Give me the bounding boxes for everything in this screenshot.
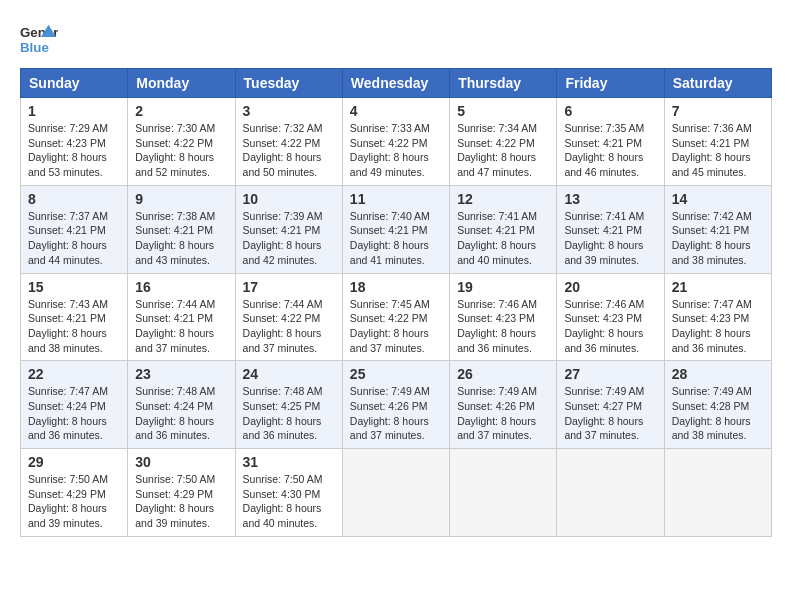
day-info: Sunrise: 7:33 AMSunset: 4:22 PMDaylight:… [350, 121, 442, 180]
day-number: 17 [243, 279, 335, 295]
day-info: Sunrise: 7:48 AMSunset: 4:24 PMDaylight:… [135, 384, 227, 443]
day-number: 21 [672, 279, 764, 295]
day-info: Sunrise: 7:50 AMSunset: 4:29 PMDaylight:… [135, 472, 227, 531]
day-number: 12 [457, 191, 549, 207]
calendar-day-cell: 27Sunrise: 7:49 AMSunset: 4:27 PMDayligh… [557, 361, 664, 449]
day-info: Sunrise: 7:50 AMSunset: 4:30 PMDaylight:… [243, 472, 335, 531]
day-info: Sunrise: 7:48 AMSunset: 4:25 PMDaylight:… [243, 384, 335, 443]
day-number: 28 [672, 366, 764, 382]
day-info: Sunrise: 7:46 AMSunset: 4:23 PMDaylight:… [457, 297, 549, 356]
day-number: 6 [564, 103, 656, 119]
calendar-week-row: 15Sunrise: 7:43 AMSunset: 4:21 PMDayligh… [21, 273, 772, 361]
weekday-header-wednesday: Wednesday [342, 69, 449, 98]
day-info: Sunrise: 7:45 AMSunset: 4:22 PMDaylight:… [350, 297, 442, 356]
day-number: 29 [28, 454, 120, 470]
calendar-day-cell: 9Sunrise: 7:38 AMSunset: 4:21 PMDaylight… [128, 185, 235, 273]
weekday-header-saturday: Saturday [664, 69, 771, 98]
svg-text:Blue: Blue [20, 40, 49, 55]
day-number: 19 [457, 279, 549, 295]
day-info: Sunrise: 7:40 AMSunset: 4:21 PMDaylight:… [350, 209, 442, 268]
day-number: 24 [243, 366, 335, 382]
day-info: Sunrise: 7:35 AMSunset: 4:21 PMDaylight:… [564, 121, 656, 180]
day-number: 22 [28, 366, 120, 382]
weekday-header-thursday: Thursday [450, 69, 557, 98]
calendar-day-cell: 21Sunrise: 7:47 AMSunset: 4:23 PMDayligh… [664, 273, 771, 361]
logo-icon: General Blue [20, 20, 58, 58]
calendar-week-row: 22Sunrise: 7:47 AMSunset: 4:24 PMDayligh… [21, 361, 772, 449]
day-info: Sunrise: 7:49 AMSunset: 4:26 PMDaylight:… [457, 384, 549, 443]
calendar-day-cell: 2Sunrise: 7:30 AMSunset: 4:22 PMDaylight… [128, 98, 235, 186]
empty-cell [664, 449, 771, 537]
day-info: Sunrise: 7:50 AMSunset: 4:29 PMDaylight:… [28, 472, 120, 531]
day-number: 18 [350, 279, 442, 295]
day-number: 20 [564, 279, 656, 295]
day-number: 31 [243, 454, 335, 470]
day-info: Sunrise: 7:43 AMSunset: 4:21 PMDaylight:… [28, 297, 120, 356]
day-info: Sunrise: 7:36 AMSunset: 4:21 PMDaylight:… [672, 121, 764, 180]
day-info: Sunrise: 7:47 AMSunset: 4:24 PMDaylight:… [28, 384, 120, 443]
calendar-day-cell: 31Sunrise: 7:50 AMSunset: 4:30 PMDayligh… [235, 449, 342, 537]
calendar-day-cell: 14Sunrise: 7:42 AMSunset: 4:21 PMDayligh… [664, 185, 771, 273]
weekday-header-monday: Monday [128, 69, 235, 98]
calendar-day-cell: 29Sunrise: 7:50 AMSunset: 4:29 PMDayligh… [21, 449, 128, 537]
calendar-day-cell: 6Sunrise: 7:35 AMSunset: 4:21 PMDaylight… [557, 98, 664, 186]
calendar-day-cell: 23Sunrise: 7:48 AMSunset: 4:24 PMDayligh… [128, 361, 235, 449]
calendar-day-cell: 18Sunrise: 7:45 AMSunset: 4:22 PMDayligh… [342, 273, 449, 361]
day-number: 25 [350, 366, 442, 382]
calendar-day-cell: 10Sunrise: 7:39 AMSunset: 4:21 PMDayligh… [235, 185, 342, 273]
day-number: 4 [350, 103, 442, 119]
day-info: Sunrise: 7:38 AMSunset: 4:21 PMDaylight:… [135, 209, 227, 268]
day-number: 5 [457, 103, 549, 119]
calendar-day-cell: 7Sunrise: 7:36 AMSunset: 4:21 PMDaylight… [664, 98, 771, 186]
calendar-day-cell: 20Sunrise: 7:46 AMSunset: 4:23 PMDayligh… [557, 273, 664, 361]
day-number: 3 [243, 103, 335, 119]
day-number: 16 [135, 279, 227, 295]
day-number: 11 [350, 191, 442, 207]
day-info: Sunrise: 7:47 AMSunset: 4:23 PMDaylight:… [672, 297, 764, 356]
weekday-header-sunday: Sunday [21, 69, 128, 98]
day-info: Sunrise: 7:34 AMSunset: 4:22 PMDaylight:… [457, 121, 549, 180]
day-info: Sunrise: 7:49 AMSunset: 4:27 PMDaylight:… [564, 384, 656, 443]
calendar-day-cell: 5Sunrise: 7:34 AMSunset: 4:22 PMDaylight… [450, 98, 557, 186]
calendar-day-cell: 8Sunrise: 7:37 AMSunset: 4:21 PMDaylight… [21, 185, 128, 273]
calendar-day-cell: 1Sunrise: 7:29 AMSunset: 4:23 PMDaylight… [21, 98, 128, 186]
calendar-day-cell: 26Sunrise: 7:49 AMSunset: 4:26 PMDayligh… [450, 361, 557, 449]
calendar-day-cell: 16Sunrise: 7:44 AMSunset: 4:21 PMDayligh… [128, 273, 235, 361]
day-info: Sunrise: 7:39 AMSunset: 4:21 PMDaylight:… [243, 209, 335, 268]
day-info: Sunrise: 7:41 AMSunset: 4:21 PMDaylight:… [457, 209, 549, 268]
day-number: 7 [672, 103, 764, 119]
day-info: Sunrise: 7:49 AMSunset: 4:28 PMDaylight:… [672, 384, 764, 443]
calendar-day-cell: 17Sunrise: 7:44 AMSunset: 4:22 PMDayligh… [235, 273, 342, 361]
calendar-day-cell: 15Sunrise: 7:43 AMSunset: 4:21 PMDayligh… [21, 273, 128, 361]
day-info: Sunrise: 7:49 AMSunset: 4:26 PMDaylight:… [350, 384, 442, 443]
calendar-day-cell: 11Sunrise: 7:40 AMSunset: 4:21 PMDayligh… [342, 185, 449, 273]
empty-cell [557, 449, 664, 537]
day-number: 15 [28, 279, 120, 295]
calendar-day-cell: 19Sunrise: 7:46 AMSunset: 4:23 PMDayligh… [450, 273, 557, 361]
day-number: 2 [135, 103, 227, 119]
calendar-day-cell: 24Sunrise: 7:48 AMSunset: 4:25 PMDayligh… [235, 361, 342, 449]
day-number: 14 [672, 191, 764, 207]
calendar-day-cell: 25Sunrise: 7:49 AMSunset: 4:26 PMDayligh… [342, 361, 449, 449]
calendar-day-cell: 30Sunrise: 7:50 AMSunset: 4:29 PMDayligh… [128, 449, 235, 537]
day-number: 27 [564, 366, 656, 382]
day-number: 1 [28, 103, 120, 119]
calendar-week-row: 1Sunrise: 7:29 AMSunset: 4:23 PMDaylight… [21, 98, 772, 186]
calendar-table: SundayMondayTuesdayWednesdayThursdayFrid… [20, 68, 772, 537]
day-number: 13 [564, 191, 656, 207]
day-info: Sunrise: 7:41 AMSunset: 4:21 PMDaylight:… [564, 209, 656, 268]
weekday-header-tuesday: Tuesday [235, 69, 342, 98]
calendar-day-cell: 28Sunrise: 7:49 AMSunset: 4:28 PMDayligh… [664, 361, 771, 449]
day-info: Sunrise: 7:42 AMSunset: 4:21 PMDaylight:… [672, 209, 764, 268]
day-info: Sunrise: 7:32 AMSunset: 4:22 PMDaylight:… [243, 121, 335, 180]
weekday-header-friday: Friday [557, 69, 664, 98]
logo: General Blue [20, 20, 58, 58]
day-number: 8 [28, 191, 120, 207]
day-number: 9 [135, 191, 227, 207]
day-number: 30 [135, 454, 227, 470]
day-info: Sunrise: 7:29 AMSunset: 4:23 PMDaylight:… [28, 121, 120, 180]
calendar-week-row: 8Sunrise: 7:37 AMSunset: 4:21 PMDaylight… [21, 185, 772, 273]
calendar-day-cell: 22Sunrise: 7:47 AMSunset: 4:24 PMDayligh… [21, 361, 128, 449]
day-info: Sunrise: 7:44 AMSunset: 4:22 PMDaylight:… [243, 297, 335, 356]
calendar-day-cell: 13Sunrise: 7:41 AMSunset: 4:21 PMDayligh… [557, 185, 664, 273]
